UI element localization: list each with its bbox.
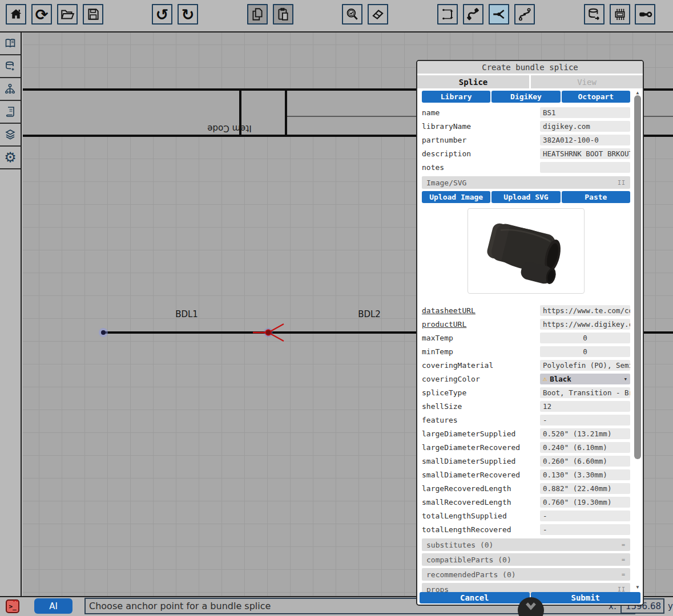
field-input[interactable]: Boot, Transition - Br [540, 387, 630, 398]
field-label: notes [422, 163, 444, 172]
copy-icon [250, 7, 265, 22]
upload-image-button[interactable]: Upload Image [422, 191, 490, 203]
form-row: largeRecoveredLength 0.882" (22.40mm) [422, 481, 630, 495]
field-input[interactable]: HEATSHRNK BOOT BRKOUT [540, 148, 630, 159]
home-button[interactable] [6, 4, 26, 25]
scrollbar-thumb[interactable] [634, 95, 641, 459]
field-label: description [422, 149, 471, 158]
dialog-scrollbar[interactable]: ▲ ▼ [632, 90, 643, 590]
field-input[interactable]: https://www.te.com/co [540, 305, 630, 316]
database-export-button[interactable] [584, 4, 605, 25]
section-header[interactable]: substitutes (0) = [422, 538, 630, 551]
database-button[interactable] [0, 55, 21, 78]
ai-button[interactable]: AI [34, 598, 72, 614]
zoom-check-icon [345, 7, 360, 22]
tab-view[interactable]: View [531, 75, 643, 88]
field-input[interactable]: 0.760" (19.30mm) [540, 497, 630, 508]
field-input[interactable]: https://www.digikey.c [540, 319, 630, 330]
paste-button[interactable] [273, 4, 293, 25]
chip-icon [612, 7, 627, 22]
measure-button[interactable] [437, 4, 458, 25]
field-input[interactable]: 0.130" (3.30mm) [540, 469, 630, 480]
form-row: maxTemp 0 [422, 331, 630, 345]
form-row: spliceType Boot, Transition - Br [422, 386, 630, 399]
field-input[interactable]: - [540, 524, 630, 535]
library-button[interactable]: Library [422, 91, 490, 103]
field-label: largeDiameterSupplied [422, 429, 515, 438]
field-input[interactable]: BS1 [540, 107, 630, 118]
refresh-button[interactable]: ⟳ [31, 4, 52, 25]
undo-button[interactable]: ↺ [152, 4, 172, 25]
octopart-button[interactable]: Octopart [562, 91, 630, 103]
section-header[interactable]: recommendedParts (0) = [422, 568, 630, 581]
terminal-button[interactable]: >_ [6, 599, 19, 613]
open-project-button[interactable] [57, 4, 78, 25]
terminal-icon: >_ [9, 603, 16, 610]
component-button[interactable] [610, 4, 630, 25]
gear-icon: ⚙ [4, 151, 17, 164]
cancel-button[interactable]: Cancel [420, 592, 530, 603]
field-label: features [422, 416, 458, 424]
zoom-inspect-button[interactable] [342, 4, 362, 25]
upload-svg-button[interactable]: Upload SVG [491, 191, 560, 203]
splice-anchor-marker[interactable] [250, 318, 287, 346]
paste-icon [276, 7, 291, 22]
library-book-button[interactable] [0, 33, 21, 55]
layers-icon [3, 128, 17, 141]
form-row: name BS1 [422, 106, 630, 119]
redo-button[interactable]: ↻ [178, 4, 198, 25]
form-row: shellSize 12 [422, 399, 630, 413]
field-input[interactable]: Polyolefin (PO), Semi [540, 360, 630, 371]
section-header[interactable]: compatibleParts (0) = [422, 553, 630, 566]
scroll-up-icon[interactable]: ▲ [632, 90, 643, 95]
save-button[interactable] [83, 4, 103, 25]
digikey-button[interactable]: DigiKey [491, 91, 560, 103]
source-buttons: Library DigiKey Octopart [422, 91, 630, 103]
field-input[interactable]: 0.520" (13.21mm) [540, 428, 630, 439]
field-input[interactable]: 0.882" (22.40mm) [540, 483, 630, 494]
bundle2-label: BDL2 [352, 309, 386, 319]
collapse-dialog-button[interactable] [518, 597, 544, 616]
field-label: totalLengthSupplied [422, 512, 507, 520]
field-label: spliceType [422, 388, 466, 397]
scroll-down-icon[interactable]: ▼ [632, 585, 643, 590]
paste-image-button[interactable]: Paste [562, 191, 630, 203]
field-input[interactable]: digikey.com [540, 121, 630, 132]
create-bundle-splice-dialog: Create bundle splice Splice View Library… [416, 60, 644, 606]
form-row: largeDiameterRecovered 0.240" (6.10mm) [422, 440, 630, 454]
field-input[interactable]: - [540, 510, 630, 521]
settings-button[interactable]: ⚙ [0, 147, 21, 169]
bundle-endpoint-node[interactable] [101, 330, 106, 335]
route-button[interactable] [514, 4, 535, 25]
field-input[interactable]: - [540, 415, 630, 425]
chevron-down-icon [521, 597, 541, 616]
undo-icon: ↺ [156, 7, 169, 22]
submit-button[interactable]: Submit [531, 592, 641, 603]
home-icon [9, 7, 23, 22]
eraser-button[interactable] [368, 4, 388, 25]
open-folder-icon [60, 7, 75, 22]
tab-splice[interactable]: Splice [417, 75, 529, 88]
splice-icon [491, 7, 506, 22]
hierarchy-button[interactable] [0, 78, 21, 101]
field-input[interactable] [540, 162, 630, 173]
field-input[interactable]: 0.260" (6.60mm) [540, 456, 630, 467]
field-input[interactable]: 0 [540, 346, 630, 357]
image-svg-section-header[interactable]: Image/SVG II [422, 176, 630, 189]
bundle1-label: BDL1 [170, 309, 204, 319]
script-button[interactable] [0, 101, 21, 124]
splice-tool-button[interactable] [489, 4, 509, 25]
field-input[interactable]: ⚠ Black ▾ [540, 374, 630, 384]
form-row: smallDiameterRecovered 0.130" (3.30mm) [422, 468, 630, 481]
layers-button[interactable] [0, 124, 21, 147]
field-input[interactable]: 0 [540, 333, 630, 343]
form-row: minTemp 0 [422, 345, 630, 358]
copy-button[interactable] [247, 4, 268, 25]
field-input[interactable]: 382A012-100-0 [540, 135, 630, 145]
field-label: partnumber [422, 136, 466, 144]
field-input[interactable]: 12 [540, 401, 630, 412]
field-label: datasheetURL [422, 306, 475, 315]
field-input[interactable]: 0.240" (6.10mm) [540, 442, 630, 453]
connector-button[interactable] [635, 4, 655, 25]
cable-button[interactable] [463, 4, 483, 25]
